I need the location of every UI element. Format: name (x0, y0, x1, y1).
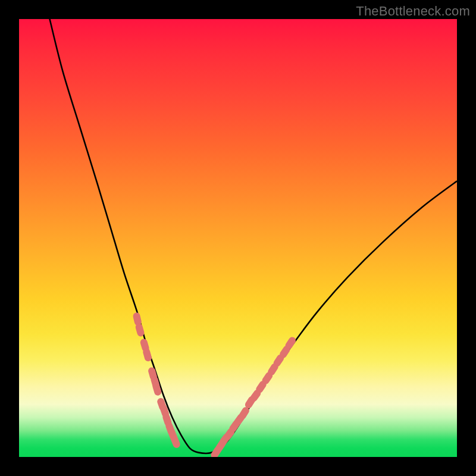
chart-frame: TheBottleneck.com (0, 0, 476, 476)
dots-layer (132, 312, 297, 457)
watermark-text: TheBottleneck.com (356, 4, 470, 19)
chart-svg (19, 19, 457, 457)
chart-plot-area (19, 19, 457, 457)
bottleneck-curve-path (50, 19, 458, 453)
curve-layer (50, 19, 458, 453)
